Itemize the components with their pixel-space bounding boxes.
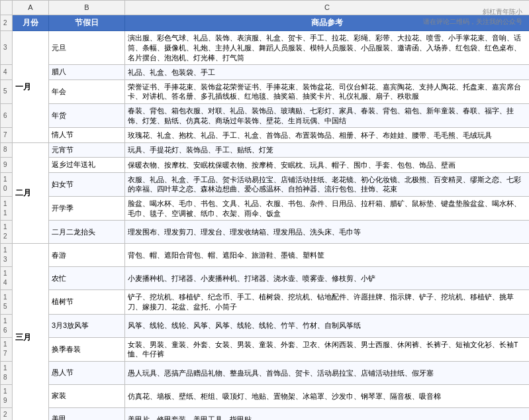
- row-num-11: 11: [1, 196, 13, 220]
- table-row: 8二月元宵节玩具、手提花灯、装饰品、手工、贴纸、灯笼: [1, 142, 530, 157]
- row-num-19: 19: [1, 385, 13, 408]
- col-a-label: A: [13, 1, 49, 15]
- table-row: 163月3放风筝风筝、线轮、线轮、风筝、风筝、线轮、线轮、竹竿、竹材、自制风筝纸: [1, 314, 530, 337]
- table-row: 11开学季脸盆、喝水杯、毛巾、书包、文具、礼品、衣服、书包、杂件、日用品、拉杆箱…: [1, 196, 530, 220]
- holiday-cell: 植树节: [49, 290, 125, 314]
- product-cell: 玩具、手提花灯、装饰品、手工、贴纸、灯笼: [125, 142, 530, 157]
- table-row: 7情人节玫瑰花、礼盒、抱枕、礼品、手工、礼盒、首饰品、布置装饰品、相册、杯子、布…: [1, 128, 530, 142]
- holiday-cell: 元旦: [49, 31, 125, 65]
- holiday-cell: 情人节: [49, 128, 125, 142]
- table-row: 9返乡过年送礼保暖衣物、按摩枕、安眠枕保暖衣物、按摩椅、安眠枕、玩具、帽子、围巾…: [1, 158, 530, 172]
- table-row: 10妇女节衣服、礼品、礼盒、手工品、贺卡活动易拉宝、店铺活动挂纸、老花镜、初心化…: [1, 172, 530, 196]
- row-num-3: 3: [1, 31, 13, 65]
- corner-cell: [1, 1, 13, 15]
- holiday-cell: 家装: [49, 385, 125, 408]
- table-row: 4腊八礼品、礼盒、包装袋、手工: [1, 65, 530, 79]
- product-cell: 愚人玩具、恶搞产品赠品礼物、整蛊玩具、首饰品、贺卡、活动易拉宝、店铺活动挂纸、假…: [125, 362, 530, 385]
- row-num-13: 13: [1, 244, 13, 267]
- month-cell: 一月: [13, 31, 49, 143]
- table-row: 6年货春装、背包、箱包衣服、对联、礼品、装饰品、玻璃贴、七彩灯、家具、春装、背包…: [1, 104, 530, 128]
- spreadsheet: A B C 2 月份 节假日 商品参考 3一月元旦演出服、彩色气球、礼品、装饰、…: [0, 0, 529, 420]
- col-b-label: B: [49, 1, 125, 15]
- row-num-10: 10: [1, 172, 13, 196]
- watermark: 斜杠青年陈小 请在评论二维码，关注我的公众号: [423, 7, 522, 26]
- row-num-4: 4: [1, 65, 13, 79]
- holiday-cell: 开学季: [49, 196, 125, 220]
- watermark-line2: 请在评论二维码，关注我的公众号: [423, 17, 522, 26]
- table-row: 17换季春装女装、男装、童装、外套、女装、男装、童装、外套、卫衣、休闲西装、男士…: [1, 337, 530, 361]
- row-num-14: 14: [1, 267, 13, 290]
- table-row: 13三月春游背包、帽、遮阳合背包、帽、遮阳伞、旅游鞋、墨镜、塑料筐: [1, 244, 530, 267]
- month-cell: 三月: [13, 244, 49, 420]
- table-row: 3一月元旦演出服、彩色气球、礼品、装饰、表演服、礼盒、贺卡、手工、拉花、彩绳、彩…: [1, 31, 530, 65]
- product-cell: 美甲片、修甲套装、美甲工具、指甲贴: [125, 408, 530, 420]
- product-cell: 衣服、礼品、礼盒、手工品、贺卡活动易拉宝、店铺活动挂纸、老花镜、初心化妆镜、北极…: [125, 172, 530, 196]
- holiday-cell: 愚人节: [49, 362, 125, 385]
- watermark-line1: 斜杠青年陈小: [423, 7, 522, 17]
- row-num-7: 7: [1, 128, 13, 142]
- product-cell: 玫瑰花、礼盒、抱枕、礼品、手工、礼盒、首饰品、布置装饰品、相册、杯子、布娃娃、腰…: [125, 128, 530, 142]
- product-cell: 风筝、线轮、线轮、风筝、风筝、线轮、线轮、竹竿、竹材、自制风筝纸: [125, 314, 530, 337]
- product-cell: 保暖衣物、按摩枕、安眠枕保暖衣物、按摩椅、安眠枕、玩具、帽子、围巾、手套、包包、…: [125, 158, 530, 172]
- holiday-cell: 元宵节: [49, 142, 125, 157]
- holiday-cell: 腊八: [49, 65, 125, 79]
- row-num-18: 18: [1, 362, 13, 385]
- product-cell: 演出服、彩色气球、礼品、装饰、表演服、礼盒、贺卡、手工、拉花、彩绳、彩带、大拉花…: [125, 31, 530, 65]
- holiday-cell: 年会: [49, 79, 125, 103]
- table-row: 15植树节铲子、挖坑机、移植铲、纪念币、手工、植树袋、挖坑机、钻地配件、许愿挂牌…: [1, 290, 530, 314]
- holiday-cell: 年货: [49, 104, 125, 128]
- row-num-8: 8: [1, 142, 13, 157]
- table-row: 18愚人节愚人玩具、恶搞产品赠品礼物、整蛊玩具、首饰品、贺卡、活动易拉宝、店铺活…: [1, 362, 530, 385]
- product-cell: 春装、背包、箱包衣服、对联、礼品、装饰品、玻璃贴、七彩灯、家具、春装、背包、箱包…: [125, 104, 530, 128]
- row-num-20: 20: [1, 408, 13, 420]
- table-row: 12二月二龙抬头理发围布、理发剪刀、理发台、理发收纳箱、理发用品、洗头床、毛巾等: [1, 221, 530, 244]
- table-row: 19家装仿真花、墙板、壁纸、柜组、吸顶灯、地贴、置物架、冰箱罩、沙发巾、钢琴罩、…: [1, 385, 530, 408]
- row-num-9: 9: [1, 158, 13, 172]
- product-cell: 脸盆、喝水杯、毛巾、书包、文具、礼品、衣服、书包、杂件、日用品、拉杆箱、腊矿、鼠…: [125, 196, 530, 220]
- holiday-cell: 春游: [49, 244, 125, 267]
- holiday-cell: 返乡过年送礼: [49, 158, 125, 172]
- product-cell: 铲子、挖坑机、移植铲、纪念币、手工、植树袋、挖坑机、钻地配件、许愿挂牌、指示牌、…: [125, 290, 530, 314]
- table-row: 20美甲美甲片、修甲套装、美甲工具、指甲贴: [1, 408, 530, 420]
- product-cell: 小麦播种机、打堵器、小麦播种机、打堵器、浇水壶、喷雾壶、修枝剪、小铲: [125, 267, 530, 290]
- table-row: 14农忙小麦播种机、打堵器、小麦播种机、打堵器、浇水壶、喷雾壶、修枝剪、小铲: [1, 267, 530, 290]
- product-cell: 背包、帽、遮阳合背包、帽、遮阳伞、旅游鞋、墨镜、塑料筐: [125, 244, 530, 267]
- row-num-15: 15: [1, 290, 13, 314]
- month-cell: 二月: [13, 142, 49, 244]
- product-cell: 理发围布、理发剪刀、理发台、理发收纳箱、理发用品、洗头床、毛巾等: [125, 221, 530, 244]
- holiday-cell: 3月3放风筝: [49, 314, 125, 337]
- row-num-17: 17: [1, 337, 13, 361]
- product-cell: 礼品、礼盒、包装袋、手工: [125, 65, 530, 79]
- header-holiday: 节假日: [49, 15, 125, 31]
- row-num-2: 2: [1, 15, 13, 31]
- holiday-cell: 妇女节: [49, 172, 125, 196]
- product-cell: 荣誉证书、手捧花束、装饰盆花荣誉证书、手捧花束、装饰盆花、司仪台鲜花、嘉宾陶花、…: [125, 79, 530, 103]
- holiday-cell: 二月二龙抬头: [49, 221, 125, 244]
- product-cell: 女装、男装、童装、外套、女装、男装、童装、外套、卫衣、休闲西装、男士西服、休闲裤…: [125, 337, 530, 361]
- row-num-12: 12: [1, 221, 13, 244]
- header-month: 月份: [13, 15, 49, 31]
- holiday-cell: 换季春装: [49, 337, 125, 361]
- table-row: 5年会荣誉证书、手捧花束、装饰盆花荣誉证书、手捧花束、装饰盆花、司仪台鲜花、嘉宾…: [1, 79, 530, 103]
- holiday-cell: 美甲: [49, 408, 125, 420]
- row-num-6: 6: [1, 104, 13, 128]
- holiday-cell: 农忙: [49, 267, 125, 290]
- row-num-5: 5: [1, 79, 13, 103]
- product-cell: 仿真花、墙板、壁纸、柜组、吸顶灯、地贴、置物架、冰箱罩、沙发巾、钢琴罩、隔音板、…: [125, 385, 530, 408]
- row-num-16: 16: [1, 314, 13, 337]
